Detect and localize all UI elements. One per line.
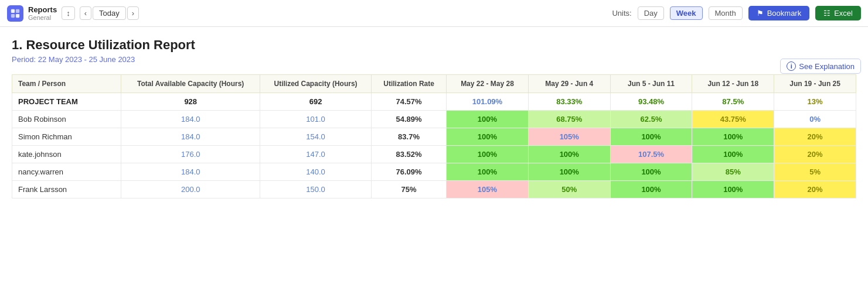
col-week4: Jun 12 - Jun 18 [692, 75, 774, 93]
cell-utilized: 150.0 [260, 181, 372, 198]
table-row: Frank Larsson 200.0 150.0 75% 105% 50% 1… [12, 181, 856, 198]
excel-label: Excel [834, 9, 853, 18]
info-icon: i [787, 61, 796, 71]
table-row: kate.johnson 176.0 147.0 83.52% 100% 100… [12, 146, 856, 163]
cell-week2: 50% [528, 181, 610, 198]
cell-week3: 107.5% [610, 146, 692, 163]
table-row: Simon Richman 184.0 154.0 83.7% 100% 105… [12, 128, 856, 146]
table-row: nancy.warren 184.0 140.0 76.09% 100% 100… [12, 163, 856, 181]
svg-rect-3 [16, 13, 19, 17]
cell-rate: 54.89% [372, 111, 447, 128]
cell-name: Frank Larsson [12, 181, 121, 198]
cell-total: 184.0 [121, 163, 260, 181]
cell-week2: 68.75% [528, 111, 610, 128]
cell-rate: 75% [372, 181, 447, 198]
unit-day-button[interactable]: Day [638, 6, 664, 20]
nav-report-label: Reports General [28, 5, 57, 21]
table-row: Bob Robinson 184.0 101.0 54.89% 100% 68.… [12, 111, 856, 128]
page-title: 1. Resource Utilization Report [12, 37, 856, 53]
cell-week3: 100% [610, 128, 692, 146]
svg-rect-2 [11, 13, 15, 17]
cell-week3: 100% [610, 181, 692, 198]
see-explanation-label: See Explanation [799, 62, 855, 71]
prev-button[interactable]: ‹ [80, 6, 91, 20]
cell-name: kate.johnson [12, 146, 121, 163]
excel-icon: ☷ [823, 9, 830, 18]
unit-week-button[interactable]: Week [670, 6, 703, 20]
cell-total: 184.0 [121, 111, 260, 128]
cell-week1: 100% [447, 163, 529, 181]
unit-month-button[interactable]: Month [709, 6, 743, 20]
cell-week4: 100% [692, 128, 774, 146]
cell-week1: 100% [447, 128, 529, 146]
cell-week4: 87.5% [692, 93, 774, 111]
cell-week2: 83.33% [528, 93, 610, 111]
cell-week3: 100% [610, 163, 692, 181]
cell-week5: 0% [774, 111, 856, 128]
chevron-up-icon[interactable]: ↕ [62, 6, 75, 20]
cell-week2: 105% [528, 128, 610, 146]
cell-week3: 62.5% [610, 111, 692, 128]
cell-week4: 43.75% [692, 111, 774, 128]
cell-name: Bob Robinson [12, 111, 121, 128]
nav-left: Reports General ↕ ‹ Today › [7, 5, 139, 22]
cell-week2: 100% [528, 163, 610, 181]
cell-week5: 20% [774, 146, 856, 163]
cell-utilized: 692 [260, 93, 372, 111]
cell-name: PROJECT TEAM [12, 93, 121, 111]
top-navigation: Reports General ↕ ‹ Today › Units: Day W… [0, 0, 868, 27]
cell-total: 176.0 [121, 146, 260, 163]
bookmark-button[interactable]: ⚑ Bookmark [748, 6, 810, 20]
cell-week5: 13% [774, 93, 856, 111]
cell-utilized: 154.0 [260, 128, 372, 146]
nav-arrows: ‹ Today › [80, 6, 139, 20]
cell-week4: 100% [692, 181, 774, 198]
cell-utilized: 101.0 [260, 111, 372, 128]
units-label: Units: [612, 9, 631, 18]
cell-week3: 93.48% [610, 93, 692, 111]
cell-week1: 105% [447, 181, 529, 198]
cell-rate: 76.09% [372, 163, 447, 181]
cell-week1: 101.09% [447, 93, 529, 111]
cell-week1: 100% [447, 111, 529, 128]
period-text: Period: 22 May 2023 - 25 June 2023 [12, 55, 856, 64]
table-header-row: Team / Person Total Available Capacity (… [12, 75, 856, 93]
cell-utilized: 147.0 [260, 146, 372, 163]
bookmark-label: Bookmark [767, 9, 802, 18]
cell-name: nancy.warren [12, 163, 121, 181]
svg-rect-1 [16, 9, 19, 12]
col-week2: May 29 - Jun 4 [528, 75, 610, 93]
cell-week5: 5% [774, 163, 856, 181]
bookmark-icon: ⚑ [757, 9, 764, 18]
nav-app-subtitle: General [28, 14, 57, 21]
cell-week5: 20% [774, 128, 856, 146]
col-week5: Jun 19 - Jun 25 [774, 75, 856, 93]
cell-week4: 100% [692, 146, 774, 163]
svg-rect-0 [11, 9, 15, 12]
cell-rate: 83.52% [372, 146, 447, 163]
app-logo [7, 5, 23, 22]
cell-week5: 20% [774, 181, 856, 198]
nav-right: Units: Day Week Month ⚑ Bookmark ☷ Excel [612, 6, 861, 20]
see-explanation-button[interactable]: i See Explanation [780, 59, 861, 74]
col-week1: May 22 - May 28 [447, 75, 529, 93]
col-week3: Jun 5 - Jun 11 [610, 75, 692, 93]
page-content: 1. Resource Utilization Report Period: 2… [0, 27, 868, 209]
cell-rate: 83.7% [372, 128, 447, 146]
cell-week4: 85% [692, 163, 774, 181]
cell-name: Simon Richman [12, 128, 121, 146]
next-button[interactable]: › [127, 6, 139, 20]
col-utilization-rate: Utilization Rate [372, 75, 447, 93]
col-team-person: Team / Person [12, 75, 121, 93]
nav-app-name: Reports [28, 5, 57, 14]
cell-total: 184.0 [121, 128, 260, 146]
excel-button[interactable]: ☷ Excel [815, 6, 861, 20]
col-total-available: Total Available Capacity (Hours) [121, 75, 260, 93]
col-utilized-capacity: Utilized Capacity (Hours) [260, 75, 372, 93]
today-button[interactable]: Today [93, 6, 126, 20]
cell-utilized: 140.0 [260, 163, 372, 181]
cell-week1: 100% [447, 146, 529, 163]
table-row: PROJECT TEAM 928 692 74.57% 101.09% 83.3… [12, 93, 856, 111]
cell-total: 928 [121, 93, 260, 111]
cell-total: 200.0 [121, 181, 260, 198]
